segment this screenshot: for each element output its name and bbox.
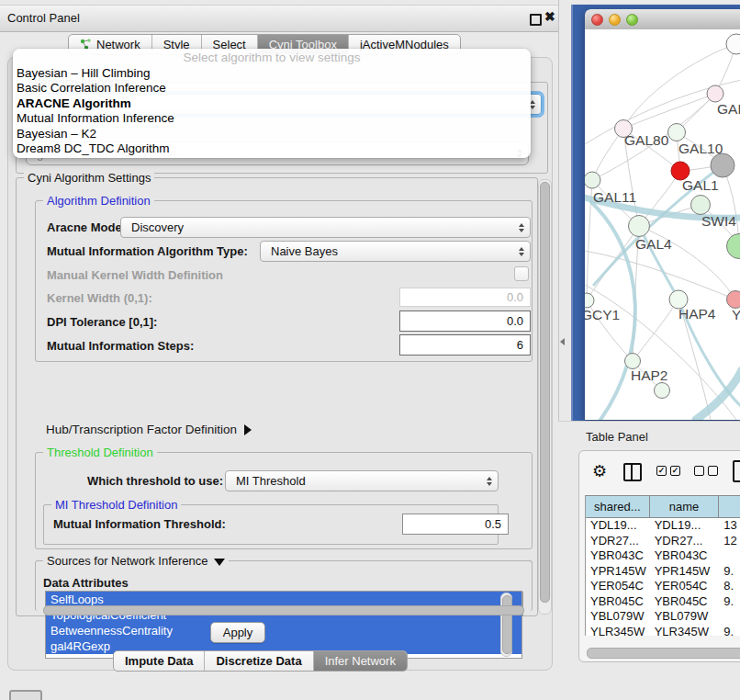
scrollbar-thumb[interactable]: [540, 182, 550, 603]
expand-down-icon: [214, 559, 225, 566]
node-label: HAP4: [678, 306, 716, 322]
table-cell: YLR345W: [650, 625, 720, 637]
algorithm-option[interactable]: Bayesian – K2: [13, 127, 531, 141]
kernel-width-label: Kernel Width (0,1):: [47, 291, 152, 305]
close-icon[interactable]: ✖: [544, 9, 555, 24]
kernel-width-input[interactable]: 0.0: [399, 288, 531, 307]
hub-definition-toggle[interactable]: Hub/Transcription Factor Definition: [46, 423, 252, 436]
network-node[interactable]: [727, 291, 740, 309]
network-node[interactable]: [711, 153, 734, 177]
aracne-mode-combo[interactable]: Discovery: [120, 217, 531, 238]
node-label: GAL80: [624, 132, 669, 148]
columns-icon[interactable]: [623, 463, 642, 481]
dpi-tolerance-input[interactable]: 0.0: [399, 310, 531, 332]
algorithm-option[interactable]: Basic Correlation Inference: [13, 81, 531, 96]
table-panel-title: Table Panel: [586, 430, 648, 444]
network-node[interactable]: [707, 85, 723, 102]
table-row[interactable]: YBR043CYBR043C: [586, 548, 740, 564]
table-row[interactable]: YLR345WYLR345W9.: [586, 625, 740, 637]
table-cell: YBR045C: [586, 594, 650, 610]
network-node[interactable]: [655, 383, 670, 399]
table-cell: YBL079W: [650, 609, 720, 625]
app-root: Control Panel ✖ Network Style Select Cyn…: [0, 0, 740, 700]
zoom-traffic-light[interactable]: [626, 14, 638, 26]
network-node[interactable]: [691, 196, 711, 215]
tab-impute-data[interactable]: Impute Data: [114, 651, 205, 671]
network-graph: GALGAL80GAL10GAL1GAL11SWI4GAL4GCY1HAP4YH…: [585, 29, 740, 420]
tab-label: Infer Network: [325, 654, 396, 668]
table-cell: 13: [719, 518, 740, 534]
table-cell: YBR045C: [650, 594, 720, 610]
network-canvas[interactable]: GALGAL80GAL10GAL1GAL11SWI4GAL4GCY1HAP4YH…: [585, 29, 740, 420]
table-row[interactable]: YER054CYER054C8.: [586, 579, 740, 594]
select-all-checkbox-icon[interactable]: ✓: [656, 466, 667, 476]
algorithm-option[interactable]: Bayesian – Hill Climbing: [13, 66, 531, 81]
table-row[interactable]: YDL19...YDL19...13: [586, 518, 740, 534]
table-cell: 9.: [719, 625, 740, 637]
tab-infer-network[interactable]: Infer Network: [314, 651, 407, 671]
network-node[interactable]: [668, 124, 686, 141]
column-header[interactable]: [719, 496, 740, 517]
deselect-checkbox-icon[interactable]: [694, 466, 704, 476]
algorithm-definition-title: Algorithm Definition: [43, 194, 154, 208]
scrollbar-thumb[interactable]: [502, 595, 512, 654]
combo-arrows-icon: [519, 223, 524, 232]
table-row[interactable]: YPR145WYPR145W9.: [586, 564, 740, 580]
node-label: GAL: [717, 101, 740, 117]
network-node[interactable]: [585, 293, 594, 308]
table-row[interactable]: YBL079WYBL079W: [586, 609, 740, 625]
mi-threshold-group: MI Threshold Definition Mutual Informati…: [43, 504, 499, 545]
network-node[interactable]: [727, 234, 740, 259]
minimize-traffic-light[interactable]: [609, 14, 621, 26]
attribute-item[interactable]: BetweennessCentrality: [46, 623, 521, 638]
network-node[interactable]: [629, 216, 650, 237]
settings-group-title: Cyni Algorithm Settings: [24, 171, 154, 185]
gear-icon[interactable]: ⚙: [592, 461, 607, 481]
mi-threshold-input[interactable]: 0.5: [402, 514, 509, 535]
apply-button[interactable]: Apply: [210, 622, 265, 643]
float-panel-icon[interactable]: [530, 14, 542, 26]
network-node[interactable]: [625, 354, 641, 369]
algorithm-definition-group: Algorithm Definition Aracne Mode: Discov…: [35, 200, 533, 362]
threshold-definition-title: Threshold Definition: [43, 446, 157, 459]
table-header-row: shared...name: [586, 495, 740, 518]
mi-type-label: Mutual Information Algorithm Type:: [47, 244, 248, 258]
bottom-left-panel-icon[interactable]: [9, 690, 42, 700]
tab-label: Impute Data: [125, 654, 193, 668]
mi-steps-input[interactable]: 6: [399, 334, 531, 356]
column-header[interactable]: shared...: [586, 496, 650, 517]
table-row[interactable]: YBR045CYBR045C9.: [586, 594, 740, 610]
network-node[interactable]: [726, 34, 740, 54]
hub-definition-label: Hub/Transcription Factor Definition: [46, 423, 237, 436]
node-label: GAL10: [678, 141, 723, 156]
algorithm-option[interactable]: Mutual Information Inference: [13, 111, 531, 126]
manual-kernel-checkbox[interactable]: [514, 266, 529, 281]
deselect-checkbox-icon2[interactable]: [708, 466, 718, 476]
network-window-titlebar[interactable]: [585, 9, 740, 30]
table-cell: YBR043C: [586, 548, 650, 564]
network-node[interactable]: [585, 172, 600, 188]
select-all-checkbox-icon2[interactable]: ✓: [670, 466, 680, 476]
settings-vertical-scrollbar[interactable]: [538, 179, 552, 615]
tab-label: Discretize Data: [216, 654, 301, 668]
settings-horizontal-scrollbar[interactable]: [43, 605, 524, 615]
which-threshold-combo[interactable]: MI Threshold: [225, 470, 499, 491]
node-label: GAL1: [682, 177, 719, 193]
close-traffic-light[interactable]: [591, 14, 603, 26]
tab-discretize-data[interactable]: Discretize Data: [205, 651, 313, 671]
mi-type-combo[interactable]: Naive Bayes: [260, 241, 531, 262]
table-horizontal-scrollbar[interactable]: [587, 648, 740, 659]
column-header[interactable]: name: [650, 496, 720, 517]
algorithm-option[interactable]: Dream8 DC_TDC Algorithm: [13, 141, 531, 156]
sources-group-title[interactable]: Sources for Network Inference: [43, 554, 229, 568]
node-table: shared...name YDL19...YDL19...13YDR27...…: [585, 495, 740, 636]
mi-steps-label: Mutual Information Steps:: [47, 339, 194, 353]
algorithm-option[interactable]: ARACNE Algorithm: [13, 96, 531, 111]
panel-splitter-handle[interactable]: [560, 338, 565, 345]
table-cell: YDR27...: [650, 534, 720, 549]
attribute-list-scrollbar[interactable]: [500, 593, 512, 657]
data-attributes-list[interactable]: SelfLoopsTopologicalCoefficientBetweenne…: [45, 591, 522, 659]
table-row[interactable]: YDR27...YDR27...12: [586, 534, 740, 549]
export-table-icon[interactable]: [733, 460, 740, 482]
table-cell: [719, 548, 740, 564]
